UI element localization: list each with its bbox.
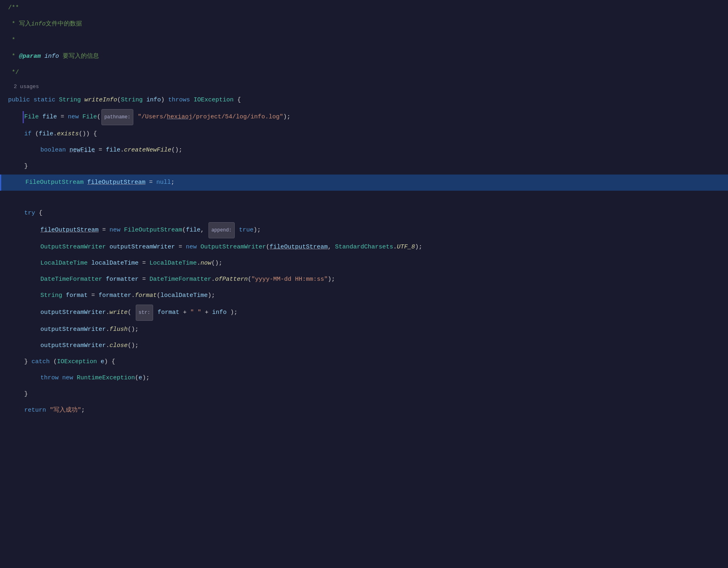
parens-semi9: (); bbox=[128, 339, 139, 353]
code-line-fos-assign: fileOutputStream = new FileOutputStream … bbox=[0, 221, 728, 239]
paren: ) bbox=[161, 93, 168, 107]
keyword-if: if bbox=[24, 127, 32, 141]
space bbox=[55, 93, 59, 107]
keyword-public: public bbox=[8, 93, 30, 107]
code-line-flush: outputStreamWriter . flush (); bbox=[0, 322, 728, 338]
space bbox=[106, 240, 109, 255]
param-name: info bbox=[146, 93, 161, 107]
keyword-throw: throw bbox=[40, 371, 59, 385]
paren3: ( bbox=[157, 288, 160, 303]
dot5: . bbox=[131, 288, 135, 303]
code-line-close-if: } bbox=[0, 158, 728, 175]
space bbox=[79, 110, 82, 124]
null-keyword: null bbox=[156, 175, 171, 190]
code-line-format: String format = formatter . format ( loc… bbox=[0, 288, 728, 304]
dot2: . bbox=[393, 240, 397, 255]
type-ldt2: LocalDateTime bbox=[149, 256, 197, 271]
var-osw: outputStreamWriter bbox=[109, 240, 175, 255]
bool-true: true bbox=[236, 223, 254, 238]
var-info: info bbox=[212, 305, 227, 320]
code-line-ldt: LocalDateTime localDateTime = LocalDateT… bbox=[0, 255, 728, 271]
dot7: . bbox=[106, 322, 109, 337]
paren4: ( bbox=[128, 305, 135, 320]
utf8-field: UTF_8 bbox=[397, 240, 415, 255]
method-close: close bbox=[109, 339, 128, 353]
code-line-dtf: DateTimeFormatter formatter = DateTimeFo… bbox=[0, 271, 728, 288]
method-name: writeInfo bbox=[84, 93, 117, 107]
type-fos: FileOutputStream bbox=[25, 175, 84, 190]
parens-semi7: ); bbox=[227, 305, 238, 320]
parens-semi5: ); bbox=[328, 272, 335, 287]
code-line: * 写入info文件中的数据 bbox=[0, 16, 728, 32]
parens-semi8: (); bbox=[128, 322, 139, 337]
hint-append: append: bbox=[208, 222, 234, 238]
var-ldt2: localDateTime bbox=[160, 288, 208, 303]
code-line-boolean: boolean newFile = file . createNewFile (… bbox=[0, 142, 728, 158]
comma2: , bbox=[328, 240, 335, 255]
code-line: * bbox=[0, 32, 728, 48]
comma: , bbox=[200, 223, 208, 238]
var-file: file bbox=[42, 110, 57, 124]
dot8: . bbox=[106, 339, 109, 353]
type-dtf: DateTimeFormatter bbox=[40, 272, 102, 287]
paren5: ) { bbox=[104, 355, 115, 369]
var-file2: file bbox=[39, 127, 53, 141]
var-fos: fileOutputStream bbox=[87, 175, 145, 190]
keyword-try: try bbox=[24, 206, 35, 221]
code-line-close-catch: } bbox=[0, 386, 728, 402]
comment-text: /** bbox=[8, 1, 19, 15]
keyword-new3: new bbox=[186, 240, 197, 255]
type-ldt: LocalDateTime bbox=[40, 256, 88, 271]
space bbox=[102, 272, 106, 287]
type-file2: File bbox=[82, 110, 97, 124]
string-space: " " bbox=[190, 305, 201, 320]
method-signature-line: public static String writeInfo ( String … bbox=[0, 92, 728, 108]
space bbox=[143, 93, 146, 107]
operator: = bbox=[139, 272, 149, 287]
hint-str: str: bbox=[136, 305, 153, 321]
operator: = bbox=[139, 256, 149, 271]
parens-semi2: ); bbox=[254, 223, 261, 238]
keyword-static: static bbox=[34, 93, 55, 107]
dot: . bbox=[53, 127, 57, 141]
space bbox=[120, 223, 124, 238]
space bbox=[190, 93, 194, 107]
keyword-catch: catch bbox=[32, 355, 50, 369]
code-line-catch: } catch ( IOException e ) { bbox=[0, 354, 728, 370]
space bbox=[62, 288, 66, 303]
var-file4: file bbox=[186, 223, 200, 238]
dot6: . bbox=[106, 305, 109, 320]
var-e2: e bbox=[139, 371, 142, 385]
code-line-osw: OutputStreamWriter outputStreamWriter = … bbox=[0, 239, 728, 255]
space bbox=[197, 240, 200, 255]
space: ( bbox=[32, 127, 39, 141]
var-formatter2: formatter bbox=[99, 288, 131, 303]
type-standard: StandardCharsets bbox=[335, 240, 393, 255]
type-file: File bbox=[24, 110, 39, 124]
code-line: * @param info 要写入的信息 bbox=[0, 48, 728, 65]
var-osw2: outputStreamWriter bbox=[40, 305, 106, 320]
type-osw: OutputStreamWriter bbox=[40, 240, 106, 255]
paren: ( bbox=[117, 93, 121, 107]
var-format2: format bbox=[158, 305, 179, 320]
paren6: ( bbox=[135, 371, 139, 385]
dot: . bbox=[120, 143, 124, 158]
method-createnewfile: createNewFile bbox=[124, 143, 171, 158]
operator: = bbox=[57, 110, 68, 124]
space bbox=[88, 256, 91, 271]
var-e: e bbox=[101, 355, 104, 369]
var-file3: file bbox=[106, 143, 120, 158]
parens-semi6: ); bbox=[208, 288, 215, 303]
brace: { bbox=[234, 93, 241, 107]
plus: + bbox=[179, 305, 190, 320]
paren2: ( bbox=[248, 272, 251, 287]
brace-close2: } bbox=[24, 355, 32, 369]
parens: ()) { bbox=[79, 127, 97, 141]
space2 bbox=[154, 305, 158, 320]
space7 bbox=[46, 403, 50, 418]
code-line: */ bbox=[0, 65, 728, 81]
code-line-try: try { bbox=[0, 205, 728, 221]
code-line-return: return "写入成功" ; bbox=[0, 402, 728, 419]
param-type: String bbox=[121, 93, 143, 107]
space bbox=[66, 143, 69, 158]
